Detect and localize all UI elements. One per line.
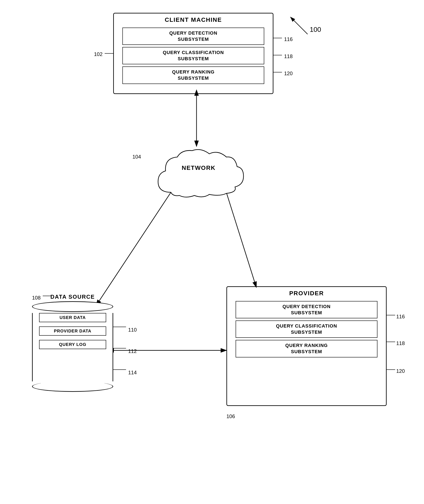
cloud-svg	[145, 145, 252, 205]
diagram-container: CLIENT MACHINE QUERY DETECTIONSUBSYSTEM …	[0, 0, 424, 504]
ref-112: 112	[128, 348, 137, 354]
provider-query-ranking-box: QUERY RANKINGSUBSYSTEM	[236, 340, 377, 357]
ref-116-provider: 116	[396, 314, 405, 320]
provider-box: PROVIDER QUERY DETECTIONSUBSYSTEM QUERY …	[226, 286, 387, 406]
provider-query-detection-box: QUERY DETECTIONSUBSYSTEM	[236, 301, 377, 318]
client-machine-box: CLIENT MACHINE QUERY DETECTIONSUBSYSTEM …	[113, 13, 273, 94]
ref-106: 106	[226, 413, 235, 419]
ref-114: 114	[128, 370, 137, 376]
query-log-box: QUERY LOG	[39, 340, 106, 349]
ref-102: 102	[94, 51, 103, 57]
user-data-box: USER DATA	[39, 313, 106, 322]
network-container: NETWORK	[145, 145, 252, 205]
ref-116-client: 116	[284, 36, 293, 42]
cylinder-bottom	[32, 381, 113, 392]
ref-104: 104	[132, 154, 141, 160]
provider-data-box: PROVIDER DATA	[39, 327, 106, 336]
cylinder-body: USER DATA PROVIDER DATA QUERY LOG	[32, 313, 113, 381]
ref-120-provider: 120	[396, 368, 405, 374]
cylinder: USER DATA PROVIDER DATA QUERY LOG	[32, 301, 113, 392]
ref-108: 108	[32, 295, 41, 301]
ref-100: 100	[310, 26, 321, 33]
provider-title: PROVIDER	[227, 287, 386, 299]
ref-118-client: 118	[284, 53, 293, 59]
client-query-ranking-box: QUERY RANKINGSUBSYSTEM	[122, 66, 264, 84]
network-label: NETWORK	[182, 164, 216, 171]
ref-118-provider: 118	[396, 340, 405, 346]
ref-120-client: 120	[284, 70, 293, 76]
client-query-detection-box: QUERY DETECTIONSUBSYSTEM	[122, 28, 264, 45]
data-source-container: DATA SOURCE USER DATA PROVIDER DATA QUER…	[28, 293, 118, 392]
client-query-classification-box: QUERY CLASSIFICATIONSUBSYSTEM	[122, 47, 264, 64]
provider-query-classification-box: QUERY CLASSIFICATIONSUBSYSTEM	[236, 321, 377, 338]
data-source-title: DATA SOURCE	[28, 294, 118, 300]
svg-line-6	[291, 17, 308, 34]
ref-110: 110	[128, 327, 137, 333]
client-machine-title: CLIENT MACHINE	[114, 13, 273, 25]
cylinder-top	[32, 301, 113, 312]
